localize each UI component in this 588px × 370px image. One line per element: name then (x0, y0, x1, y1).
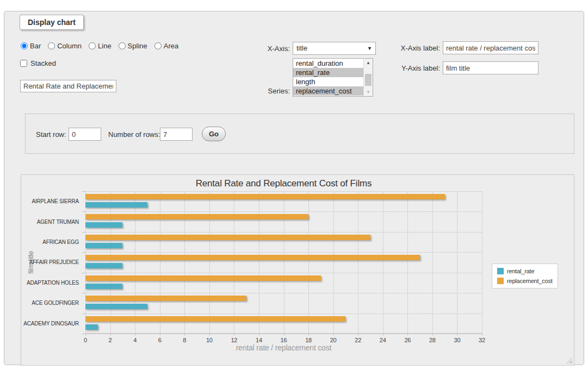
series-option-replacement_cost[interactable]: replacement_cost (293, 86, 363, 96)
gridline-vertical (432, 191, 433, 333)
radio-area[interactable] (154, 42, 162, 49)
gridline-vertical (308, 191, 309, 333)
y-tick (82, 252, 85, 253)
series-option-rental_rate[interactable]: rental_rate (293, 68, 363, 77)
x-axis-selected-value: title (296, 44, 307, 52)
x-tick-label: 22 (347, 337, 369, 343)
chart-type-option-spline[interactable]: Spline (119, 42, 147, 50)
series-listbox-scrollbar[interactable]: ▲ ▼ (363, 59, 373, 96)
x-tick-label: 4 (124, 337, 146, 343)
x-tick-label: 28 (422, 337, 443, 343)
bar-replacement_cost (85, 214, 308, 220)
x-tick-label: 18 (298, 337, 319, 343)
x-tick (482, 334, 482, 336)
start-row-input[interactable] (69, 128, 101, 141)
gridline-vertical (160, 191, 160, 333)
radio-line[interactable] (89, 42, 96, 49)
bar-rental_rate (85, 263, 122, 268)
gridline-vertical (135, 191, 135, 333)
display-chart-panel: Display chart BarColumnLineSplineArea St… (4, 11, 584, 365)
gridline-vertical (209, 191, 210, 333)
x-tick-label: 16 (273, 337, 295, 343)
radio-label: Column (57, 42, 82, 50)
y-category-label: AFFAIR PREJUDICE (21, 252, 79, 272)
bar-rental_rate (85, 202, 147, 208)
chart-type-option-line[interactable]: Line (89, 42, 112, 50)
x-axis-label-label: X-Axis label: (393, 44, 440, 52)
x-tick-label: 30 (446, 337, 468, 343)
x-axis-select[interactable]: title ▼ (293, 42, 376, 55)
num-rows-input[interactable] (160, 128, 193, 141)
chart: Rental Rate and Replacement Cost of Film… (21, 174, 574, 366)
bar-rental_rate (85, 304, 147, 309)
radio-column[interactable] (48, 42, 55, 49)
radio-label: Line (98, 42, 112, 50)
legend-item-replacement_cost[interactable]: replacement_cost (497, 278, 553, 284)
bar-replacement_cost (85, 275, 321, 281)
rows-form: Start row: Number of rows: Go (25, 114, 574, 154)
series-options: rental_durationrental_ratelengthreplacem… (293, 59, 373, 96)
scrollbar-thumb[interactable] (365, 74, 372, 86)
series-listbox[interactable]: rental_durationrental_ratelengthreplacem… (293, 58, 373, 97)
y-labels: AIRPLANE SIERRAAGENT TRUMANAFRICAN EGGAF… (21, 191, 82, 334)
y-tick (82, 232, 85, 233)
series-select-label: Series: (252, 87, 290, 95)
series-option-rental_duration[interactable]: rental_duration (293, 59, 363, 68)
legend-swatch (497, 278, 504, 284)
chevron-down-icon: ▼ (367, 42, 372, 54)
chart-type-option-bar[interactable]: Bar (21, 42, 41, 50)
resize-handle-icon[interactable] (567, 358, 572, 363)
x-tick-label: 32 (471, 337, 493, 343)
radio-spline[interactable] (119, 42, 126, 49)
legend-label: replacement_cost (507, 278, 553, 284)
gridline-horizontal (85, 211, 482, 212)
bar-rental_rate (85, 324, 98, 330)
chart-type-option-column[interactable]: Column (48, 42, 82, 50)
x-tick-label: 26 (397, 337, 418, 343)
chart-type-option-area[interactable]: Area (154, 42, 178, 50)
page: Display chart BarColumnLineSplineArea St… (0, 0, 588, 370)
num-rows-label: Number of rows: (108, 130, 160, 139)
go-button[interactable]: Go (202, 127, 226, 141)
radio-label: Bar (30, 42, 41, 50)
gridline-vertical (333, 191, 334, 333)
scrollbar-down-icon[interactable]: ▼ (364, 88, 373, 96)
chart-title-input[interactable] (20, 80, 116, 92)
y-tick (82, 334, 85, 334)
y-tick (82, 191, 85, 192)
legend-label: rental_rate (507, 268, 534, 274)
scrollbar-up-icon[interactable]: ▲ (364, 59, 373, 67)
gridline-horizontal (85, 252, 482, 253)
y-category-label: AFRICAN EGG (21, 232, 79, 252)
chart-type-radio-group: BarColumnLineSplineArea (21, 42, 185, 50)
y-category-label: ADAPTATION HOLES (21, 273, 79, 293)
gridline-horizontal (85, 191, 482, 192)
gridline-horizontal (85, 313, 482, 314)
chart-legend: rental_ratereplacement_cost (492, 264, 558, 289)
series-option-length[interactable]: length (293, 77, 363, 86)
y-tick (82, 293, 85, 293)
bar-replacement_cost (85, 194, 445, 199)
gridline-horizontal (85, 232, 482, 233)
y-tick (82, 313, 85, 314)
bar-rental_rate (85, 222, 122, 228)
x-axis-title: rental rate / replacement cost (85, 343, 482, 352)
radio-bar[interactable] (21, 42, 28, 49)
legend-item-rental_rate[interactable]: rental_rate (497, 268, 553, 274)
x-tick-label: 0 (75, 337, 96, 343)
legend-swatch (497, 268, 504, 274)
y-tick (82, 211, 85, 212)
panel-title: Display chart (20, 15, 84, 30)
gridline-vertical (358, 191, 358, 333)
gridline-vertical (482, 191, 482, 333)
gridline-vertical (407, 191, 408, 333)
x-axis-select-label: X-Axis: (252, 45, 290, 53)
stacked-checkbox[interactable] (20, 60, 27, 67)
x-axis-label-input[interactable] (443, 41, 539, 54)
x-tick-label: 2 (100, 337, 121, 343)
stacked-option[interactable]: Stacked (20, 59, 56, 67)
gridline-vertical (457, 191, 457, 333)
gridline-vertical (383, 191, 383, 333)
y-axis-label-label: Y-Axis label: (393, 64, 440, 72)
y-axis-label-input[interactable] (443, 61, 539, 74)
